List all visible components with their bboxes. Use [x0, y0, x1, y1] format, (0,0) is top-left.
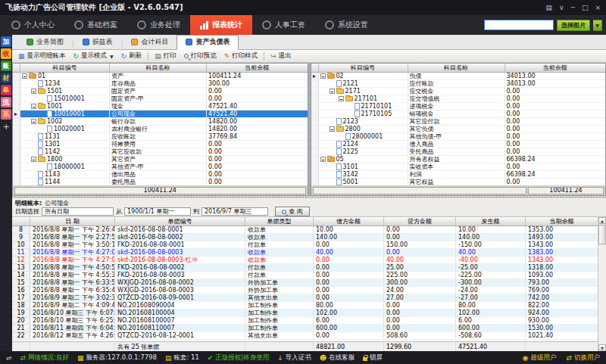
tab-accounting-subjects[interactable]: 会计科目 — [123, 36, 176, 49]
tree-row[interactable]: 2125受托商品0.00 — [311, 148, 606, 156]
image-picker-input[interactable] — [484, 20, 554, 30]
tab-business-overview[interactable]: 业务简图 — [18, 36, 72, 49]
tree-row[interactable]: 1144委托用品0.00 — [13, 179, 308, 185]
table-row[interactable]: 132016/8/8 星期一 下午 4:50:55FKD-2016-08-08-… — [12, 264, 598, 272]
collapse-box-icon[interactable] — [31, 119, 36, 124]
import-certificate[interactable]: ↓导入证书 — [277, 353, 311, 362]
rail-add[interactable]: 加 — [1, 36, 11, 47]
pin-down-icon[interactable]: ∨ — [559, 4, 564, 11]
table-row[interactable]: 162016/8/8 星期一 下午 6:35:40WXJGD-2016-08-0… — [12, 287, 598, 294]
tree-row[interactable]: 1234库存商品300.00 — [13, 80, 308, 88]
table-row[interactable]: 82016/8/8 星期一 下午 2:26:47skd-2016-08-08-0… — [12, 226, 598, 234]
tree-row[interactable]: 02负债34013.00 — [311, 73, 606, 80]
sync-icon[interactable]: ⇌ — [6, 354, 12, 362]
toolbar-display-mode-button[interactable]: ↻显示模式▼ — [70, 51, 117, 61]
collapse-box-icon[interactable] — [31, 157, 36, 162]
tree-row[interactable]: 1301待摊费用0.00 — [13, 141, 308, 148]
rail-flow[interactable]: 流 — [1, 97, 11, 107]
tree-row[interactable]: 5001其它权益0.00 — [311, 179, 606, 185]
tree-row[interactable]: 1142其它应收款0.00 — [13, 148, 308, 156]
rail-doc[interactable]: 单 — [1, 85, 11, 95]
scroll-down-arrow[interactable]: ▼ — [598, 344, 606, 351]
toolbar-print-preview-button[interactable]: 打印预览 — [181, 51, 220, 61]
collapse-box-icon[interactable] — [320, 73, 326, 79]
license-status[interactable]: ✔正版授权|终身使用 — [208, 353, 269, 362]
collapse-box-icon[interactable] — [22, 73, 27, 79]
collapse-box-icon[interactable] — [320, 157, 326, 162]
rail-receive[interactable]: 收 — [1, 48, 11, 59]
table-row[interactable]: 142016/8/8 星期一 下午 4:55:34FKD-2016-08-08-… — [12, 272, 598, 279]
choose-image-dropdown[interactable]: ▼ — [593, 20, 602, 31]
tree-row[interactable]: 2124借入商品0.00 — [311, 141, 606, 148]
scroll-up-arrow[interactable]: ▲ — [598, 217, 606, 224]
network-status[interactable]: ⇄网络情况:良好 — [20, 353, 69, 362]
nav-item-archive[interactable]: 基础档案 — [64, 15, 127, 35]
table-row[interactable]: 182016/8/9 星期二 下午 4:09:43NO.201608090004… — [12, 302, 598, 310]
tree-row[interactable]: 01资产100411.24 — [13, 73, 308, 80]
tree-row[interactable]: 21710105销项税金0.00 — [311, 110, 606, 118]
switch-user[interactable]: ⇄切换用户 — [566, 353, 600, 362]
tree-row[interactable]: 10010001公司现金47521.40 — [13, 110, 308, 118]
tree-row[interactable]: 3142利润66398.24 — [311, 171, 606, 179]
toolbar-show-detail-ledger-button[interactable]: ▦显示明细账本 — [15, 51, 69, 61]
tree-row[interactable]: 05所有者权益66398.24 — [311, 156, 606, 163]
tree-row[interactable]: 1143借出用品0.00 — [13, 171, 308, 179]
vertical-scrollbar[interactable]: ▲ ▼ — [598, 217, 606, 351]
choose-image-button[interactable]: 选择图片 — [557, 20, 590, 31]
date-from-input[interactable]: 1900/1/1 星期一 — [124, 207, 191, 216]
rail-plus[interactable]: + — [1, 121, 11, 132]
date-mode-select[interactable]: 所有日期 — [42, 207, 114, 216]
server-address[interactable]: ▦服务器:127.0.0.1:7798 — [77, 353, 157, 362]
table-row[interactable]: 222016/8/12 星期五 下午 4:26:48QTZCD-2016-08-… — [12, 332, 598, 340]
toolbar-refresh-button[interactable]: ↻刷新 — [118, 51, 145, 61]
tree-row[interactable]: 3101实收资本0.00 — [311, 163, 606, 171]
tree-row[interactable]: 10020001农村商业银行14820.00 — [13, 126, 308, 133]
date-to-input[interactable]: 2016/9/7 星期三 — [201, 207, 268, 216]
table-row[interactable]: 102016/8/8 星期一 下午 3:50:16FKD-2016-08-08-… — [12, 241, 598, 249]
rail-material[interactable]: 材 — [1, 73, 11, 83]
table-row[interactable]: 192016/8/10 星期三 下午 6:07:43NO.20160810000… — [12, 310, 598, 317]
toolbar-print-button[interactable]: ▤打印 — [152, 51, 180, 61]
table-row[interactable]: 92016/8/8 星期一 下午 2:27:51skd-2016-08-08-0… — [12, 234, 598, 241]
tree-row[interactable]: 217101应交增值税0.00 — [311, 95, 606, 103]
tree-row[interactable]: 18000001其他资产-甲0.00 — [13, 163, 308, 171]
tree-row[interactable]: 1131应收账款37769.84 — [13, 133, 308, 141]
tree-row[interactable]: 2171应交税金0.00 — [311, 88, 606, 95]
nav-item-workflow[interactable]: 业务处理 — [127, 15, 190, 35]
tree-row[interactable]: 2121应付账款34013.00 — [311, 80, 606, 88]
collapse-box-icon[interactable] — [330, 89, 335, 94]
tree-row[interactable]: 2800其它负债0.00 — [311, 126, 606, 133]
table-row[interactable]: 202016/8/10 星期三 下午 6:25:35NO.20160810000… — [12, 317, 598, 325]
table-row[interactable]: 172016/8/9 星期二 下午 3:02:33QTZCD-2016-08-0… — [12, 294, 598, 302]
close-icon[interactable]: × — [595, 4, 601, 11]
tree-row[interactable]: 1501固定资产0.00 — [13, 88, 308, 95]
online-service[interactable]: ☻在线客服 — [320, 353, 355, 362]
table-row[interactable]: 112016/8/8 星期一 下午 4:27:09skd-2016-08-08-… — [12, 249, 598, 257]
account-set[interactable]: ▤账套: 11 — [165, 353, 199, 362]
search-button[interactable]: 查 询 — [275, 207, 310, 216]
tree-row[interactable]: 15010001固定资产-甲0.00 — [13, 95, 308, 103]
collapse-box-icon[interactable] — [31, 89, 36, 94]
toolbar-print-style-button[interactable]: ✎打印样式 — [221, 51, 261, 61]
table-row[interactable]: 122016/8/8 星期一 下午 4:27:09skd-2016-08-08-… — [12, 257, 598, 264]
tree-row[interactable]: 1002银行存款14820.00 — [13, 118, 308, 126]
table-row[interactable]: 152016/8/8 星期一 下午 6:33:59WXJGD-2016-08-0… — [12, 279, 598, 287]
rail-system[interactable]: 系 — [1, 109, 11, 120]
nav-item-bar-chart[interactable]: 报表统计 — [190, 15, 252, 35]
toolbar-exit-button[interactable]: ↪退出 — [267, 51, 295, 61]
collapse-box-icon[interactable] — [339, 96, 344, 101]
nav-item-people[interactable]: 人事工资 — [252, 15, 315, 35]
tab-profit-loss[interactable]: 损益表 — [74, 36, 121, 49]
tree-row[interactable]: 21710101进项税金0.00 — [311, 103, 606, 110]
lock-screen[interactable]: 锁屏 — [363, 353, 383, 362]
tree-row[interactable]: 1800其它资产0.00 — [13, 156, 308, 163]
nav-item-gear[interactable]: 系统设置 — [315, 15, 378, 35]
rail-ledger[interactable]: 账 — [1, 61, 11, 71]
tree-row[interactable]: 2123其它应付款0.00 — [311, 118, 606, 126]
nav-item-person[interactable]: 个人中心 — [2, 15, 64, 35]
collapse-box-icon[interactable] — [330, 126, 335, 132]
scroll-thumb[interactable] — [598, 225, 606, 244]
maximize-icon[interactable]: □ — [582, 4, 589, 11]
tab-balance-sheet[interactable]: 资产负债表 — [176, 35, 239, 50]
minimize-icon[interactable]: ─ — [571, 4, 575, 11]
